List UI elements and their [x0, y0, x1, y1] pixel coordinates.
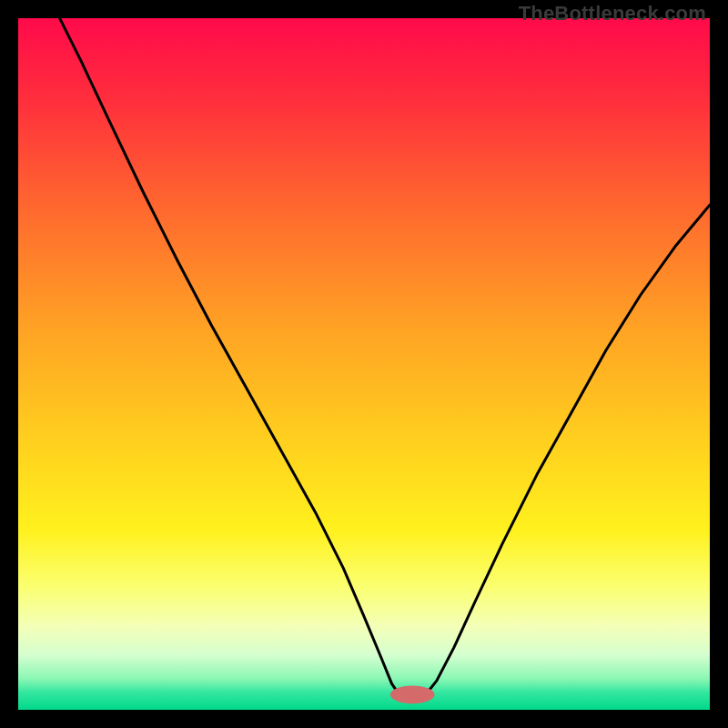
- optimal-marker: [390, 685, 435, 703]
- gradient-background: [18, 18, 710, 710]
- chart-frame: [18, 18, 710, 710]
- watermark-label: TheBottleneck.com: [519, 2, 706, 25]
- bottleneck-chart: [18, 18, 710, 710]
